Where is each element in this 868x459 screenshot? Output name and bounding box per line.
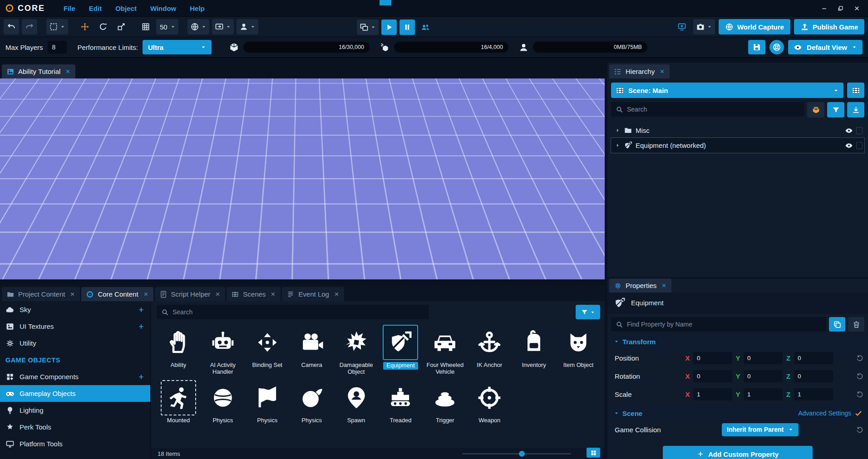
asset-tile[interactable]: Spawn [335, 380, 378, 424]
asset-tile[interactable]: Item Object [557, 325, 600, 376]
content-tab[interactable]: Project Content [2, 287, 80, 301]
rotate-tool-button[interactable] [95, 19, 111, 34]
play-button[interactable] [381, 20, 397, 35]
hierarchy-search[interactable] [611, 102, 804, 117]
asset-tile[interactable]: Physics [290, 380, 334, 424]
tab-ability-tutorial[interactable]: Ability Tutorial [2, 64, 75, 78]
zoom-slider[interactable] [462, 453, 571, 454]
asset-tile[interactable]: Inventory [512, 325, 556, 376]
transform-section-header[interactable]: Transform [607, 334, 868, 349]
asset-tile[interactable]: Treaded [379, 380, 423, 424]
sidebar-item[interactable]: Game Components [0, 368, 150, 385]
menu-item[interactable]: File [57, 5, 82, 12]
grid-view-button[interactable] [587, 448, 600, 458]
performance-limits-dropdown[interactable]: Ultra [143, 40, 212, 54]
content-search[interactable] [157, 305, 429, 319]
asset-tile[interactable]: Four Wheeled Vehicle [423, 325, 467, 376]
advanced-settings-link[interactable]: Advanced Settings [798, 410, 851, 417]
expand-caret-icon[interactable] [615, 142, 621, 148]
content-tab[interactable]: Scenes [227, 287, 281, 301]
transform-gizmo[interactable] [272, 137, 381, 228]
scene-manager-button[interactable] [847, 83, 864, 98]
reset-icon[interactable] [856, 372, 863, 380]
axis-y-input[interactable] [744, 388, 783, 400]
axis-z-input[interactable] [794, 370, 833, 382]
reset-icon[interactable] [856, 426, 863, 434]
sidebar-item[interactable]: Sky [0, 301, 150, 318]
content-tab[interactable]: Core Content [81, 287, 153, 301]
property-search[interactable] [611, 317, 826, 332]
lock-placeholder-icon[interactable] [856, 127, 863, 134]
help-button[interactable] [769, 40, 784, 54]
add-icon[interactable] [138, 306, 145, 313]
select-tool-button[interactable] [46, 19, 68, 34]
move-tool-button[interactable] [77, 19, 93, 34]
close-icon[interactable] [659, 68, 665, 74]
sidebar-item[interactable]: Utility [0, 335, 150, 352]
game-collision-dropdown[interactable]: Inherit from Parent [722, 423, 799, 436]
multiplayer-button[interactable] [418, 20, 433, 35]
sidebar-item[interactable]: UI Textures [0, 318, 150, 335]
redo-button[interactable] [22, 19, 37, 34]
asset-tile[interactable]: Physics [201, 380, 245, 424]
sidebar-item[interactable]: Lighting [0, 402, 150, 419]
axis-y-input[interactable] [744, 352, 783, 364]
scene-section-header[interactable]: Scene Advanced Settings [607, 406, 868, 420]
screen-mode-dropdown[interactable] [212, 19, 234, 34]
content-tab[interactable]: Script Helper [155, 287, 226, 301]
max-players-value[interactable]: 8 [48, 41, 67, 54]
close-window-button[interactable] [850, 2, 863, 14]
sidebar-item[interactable]: Platform Tools [0, 435, 150, 452]
scale-tool-button[interactable] [113, 19, 129, 34]
add-icon[interactable] [138, 323, 145, 330]
world-space-dropdown[interactable] [187, 19, 209, 34]
asset-tile[interactable]: IK Anchor [468, 325, 511, 376]
close-icon[interactable] [65, 68, 71, 74]
sidebar-item[interactable]: Gameplay Objects [0, 385, 150, 402]
axis-x-input[interactable] [693, 370, 732, 382]
asset-tile[interactable]: AI Activity Handler [201, 325, 245, 376]
property-search-input[interactable] [627, 321, 822, 328]
menu-item[interactable]: Window [143, 5, 183, 12]
view-mode-dropdown[interactable]: Default View [788, 40, 863, 54]
menu-item[interactable]: Object [108, 5, 143, 12]
asset-tile[interactable]: Equipment [379, 325, 423, 376]
axis-x-input[interactable] [693, 352, 732, 364]
close-icon[interactable] [69, 291, 75, 297]
axis-x-input[interactable] [693, 388, 732, 400]
advanced-check-icon[interactable] [854, 409, 863, 417]
hierarchy-item[interactable]: Equipment (networked) [611, 138, 864, 153]
visibility-eye-icon[interactable] [845, 127, 853, 135]
add-icon[interactable] [138, 373, 145, 381]
content-search-input[interactable] [173, 308, 424, 316]
copy-properties-button[interactable] [829, 317, 845, 332]
tab-properties[interactable]: Properties [609, 278, 671, 293]
world-capture-button[interactable]: World Capture [719, 19, 790, 34]
asset-tile[interactable]: Mounted [157, 380, 200, 424]
3d-viewport[interactable] [0, 78, 605, 279]
axis-z-input[interactable] [794, 388, 833, 400]
hierarchy-filter-button[interactable] [827, 102, 844, 117]
asset-tile[interactable]: Binding Set [246, 325, 289, 376]
asset-tile[interactable]: Camera [290, 325, 334, 376]
asset-tile[interactable]: Weapon [468, 380, 511, 424]
collapse-all-button[interactable] [847, 102, 864, 117]
capture-dropdown[interactable] [693, 19, 715, 34]
close-icon[interactable] [661, 283, 667, 288]
persona-dropdown[interactable] [237, 19, 258, 34]
tab-hierarchy[interactable]: Hierarchy [609, 64, 670, 78]
pause-button[interactable] [399, 20, 415, 35]
menu-item[interactable]: Help [183, 5, 212, 12]
package-toggle-button[interactable] [807, 102, 824, 117]
sidebar-item[interactable]: Perk Tools [0, 419, 150, 435]
save-button[interactable] [748, 40, 765, 54]
minimize-button[interactable] [817, 2, 831, 14]
hierarchy-item[interactable]: Misc [611, 123, 864, 138]
restore-button[interactable] [833, 2, 847, 14]
lock-placeholder-icon[interactable] [856, 142, 863, 149]
close-icon[interactable] [143, 291, 149, 297]
snap-size-dropdown[interactable]: 50 [156, 19, 178, 34]
delete-properties-button[interactable] [848, 317, 864, 332]
visibility-eye-icon[interactable] [845, 142, 853, 150]
asset-tile[interactable]: Physics [246, 380, 289, 424]
